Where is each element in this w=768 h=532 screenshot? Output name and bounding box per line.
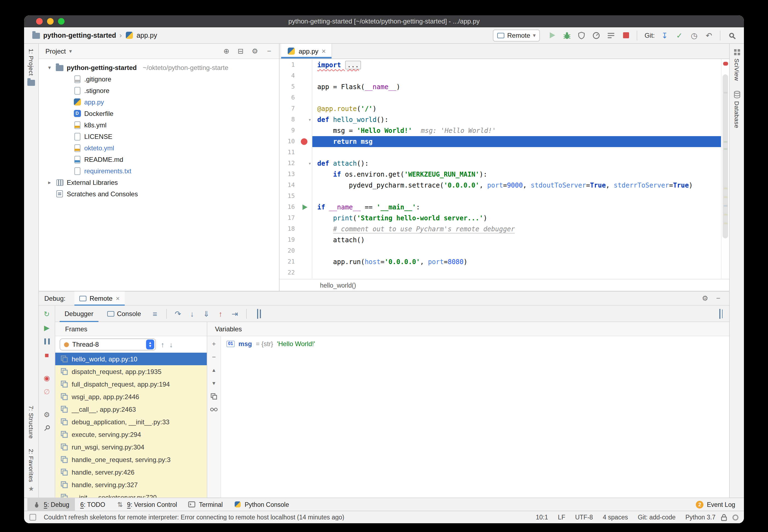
status-item-git-add-code[interactable]: Git: add-code (638, 514, 676, 521)
background-tasks-icon[interactable] (732, 514, 738, 520)
run-configurations-button[interactable] (605, 30, 617, 41)
status-item-utf-8[interactable]: UTF-8 (575, 514, 593, 521)
update-project-icon[interactable]: ↧ (659, 30, 671, 41)
tree-item-root[interactable]: ▾ python-getting-started ~/okteto/python… (39, 62, 279, 73)
error-stripe[interactable] (721, 59, 729, 279)
layout-settings-icon[interactable] (714, 309, 725, 318)
frame-row-debug_application[interactable]: debug_application, __init__.py:33 (55, 416, 207, 428)
code-line-8[interactable]: 8def hello_world(): (279, 114, 721, 125)
toolwindow-button-database[interactable]: Database (733, 86, 740, 133)
frame-row-handle[interactable]: handle, server.py:426 (55, 466, 207, 478)
code-line-15[interactable]: 15 (279, 191, 721, 202)
show-watches-icon[interactable] (209, 406, 218, 413)
pin-icon[interactable] (42, 424, 52, 432)
toolwindow-button-structure[interactable]: 7: Structure (28, 401, 34, 444)
frames-pane-header[interactable]: Frames (55, 322, 207, 336)
step-over-icon[interactable]: ↷ (173, 309, 183, 318)
step-into-icon[interactable]: ↓ (187, 309, 197, 318)
view-breakpoints-icon[interactable]: ◉ (42, 373, 52, 382)
resume-icon[interactable]: ▶ (42, 323, 52, 332)
settings-gear-icon[interactable]: ⚙ (249, 46, 260, 57)
run-config-selector[interactable]: Remote ▾ (493, 29, 540, 41)
toolwindow-tab-terminal[interactable]: Terminal (182, 498, 228, 511)
search-everywhere-button[interactable] (725, 30, 737, 41)
event-log-button[interactable]: 2 Event Log (690, 498, 741, 511)
toolwindow-tab-6-todo[interactable]: 6: TODO (75, 498, 110, 511)
breadcrumb-project[interactable]: python-getting-started (43, 31, 116, 39)
toolwindow-toggle-icon[interactable] (30, 514, 36, 521)
next-frame-icon[interactable]: ↓ (169, 340, 173, 349)
stop-button[interactable] (620, 30, 632, 41)
run-button[interactable] (546, 30, 558, 41)
step-out-icon[interactable]: ↑ (215, 309, 226, 318)
combo-stepper-icon[interactable]: ▲▼ (146, 340, 154, 349)
tab-console[interactable]: Console (102, 305, 146, 322)
toolwindow-button-favorites[interactable]: 2: Favorites ★ (28, 444, 34, 498)
code-line-7[interactable]: 7@app.route('/') (279, 103, 721, 114)
frame-row-handle[interactable]: handle, serving.py:327 (55, 478, 207, 491)
tree-item-requirements.txt[interactable]: requirements.txt (39, 165, 279, 177)
minimize-button[interactable] (47, 18, 54, 25)
frame-row-__call__[interactable]: __call__, app.py:2463 (55, 403, 207, 416)
debug-session-tab-remote[interactable]: Remote × (74, 291, 124, 305)
tree-item-README.md[interactable]: README.md (39, 154, 279, 165)
frame-row-execute[interactable]: execute, serving.py:294 (55, 428, 207, 441)
status-item-python-3-7[interactable]: Python 3.7 (685, 514, 716, 521)
code-line-1[interactable]: 1import ... (279, 60, 721, 71)
fold-arrow-icon[interactable] (299, 158, 312, 169)
fold-arrow-icon[interactable] (299, 114, 312, 125)
collapse-all-icon[interactable]: ⊟ (235, 46, 246, 57)
frame-row-handle_one_request[interactable]: handle_one_request, serving.py:3 (55, 453, 207, 466)
run-to-cursor-icon[interactable]: ⇥ (230, 309, 240, 318)
settings-gear-icon[interactable]: ⚙ (700, 294, 711, 302)
variable-row[interactable]: 01msg = {str} 'Hello World!' (226, 340, 724, 348)
code-line-19[interactable]: 19 attach() (279, 235, 721, 245)
close-icon[interactable]: × (116, 294, 119, 302)
code-line-11[interactable]: 11 (279, 147, 721, 158)
code-line-17[interactable]: 17 print('Starting hello-world server...… (279, 213, 721, 224)
stop-icon[interactable]: ■ (42, 350, 52, 359)
frame-row-dispatch_request[interactable]: dispatch_request, app.py:1935 (55, 365, 207, 378)
hide-panel-icon[interactable]: − (264, 46, 274, 57)
hide-panel-icon[interactable]: − (713, 294, 724, 302)
toolwindow-tab-5-debug[interactable]: 5: Debug (27, 498, 75, 511)
move-up-icon[interactable]: ▲ (209, 366, 218, 374)
rerun-icon[interactable]: ↻ (42, 309, 52, 318)
status-item-lf[interactable]: LF (558, 514, 565, 521)
tree-item-external-libraries[interactable]: ▸External Libraries (39, 177, 279, 188)
status-item-4-spaces[interactable]: 4 spaces (603, 514, 628, 521)
mute-breakpoints-icon[interactable]: ∅ (42, 387, 52, 396)
history-icon[interactable]: ◷ (688, 30, 700, 41)
lock-icon[interactable] (721, 514, 727, 521)
evaluate-expression-icon[interactable] (253, 309, 263, 318)
tree-item-k8s.yml[interactable]: k8s.yml (39, 119, 279, 131)
frame-row-run_wsgi[interactable]: run_wsgi, serving.py:304 (55, 441, 207, 453)
status-message[interactable]: Couldn't refresh skeletons for remote in… (44, 514, 344, 521)
pause-icon[interactable] (42, 337, 52, 346)
frame-row-wsgi_app[interactable]: wsgi_app, app.py:2446 (55, 390, 207, 403)
toolwindow-tab-9-version-control[interactable]: ⇅9: Version Control (111, 498, 183, 511)
tree-item-okteto.yml[interactable]: okteto.yml (39, 142, 279, 154)
code-line-5[interactable]: 5app = Flask(__name__) (279, 81, 721, 92)
tree-item-.stignore[interactable]: .stignore (39, 85, 279, 96)
variables-list[interactable]: 01msg = {str} 'Hello World!' (221, 336, 729, 498)
debug-button[interactable] (561, 30, 573, 41)
code-line-21[interactable]: 21 app.run(host='0.0.0.0', port=8080) (279, 256, 721, 267)
commit-icon[interactable]: ✓ (673, 30, 685, 41)
toolwindow-tab-python-console[interactable]: Python Console (228, 498, 294, 511)
move-down-icon[interactable]: ▼ (209, 379, 218, 387)
close-button[interactable] (36, 18, 43, 25)
code-line-22[interactable]: 22 (279, 267, 721, 278)
code-line-6[interactable]: 6 (279, 92, 721, 103)
run-arrow-icon[interactable] (299, 202, 312, 213)
tree-item-.gitignore[interactable]: .gitignore (39, 73, 279, 85)
close-icon[interactable]: × (322, 47, 326, 55)
code-line-12[interactable]: 12def attach(): (279, 158, 721, 169)
thread-selector[interactable]: Thread-8 ▲▼ (60, 338, 156, 350)
previous-frame-icon[interactable]: ↑ (161, 340, 164, 349)
force-step-into-icon[interactable]: ⇓ (201, 309, 212, 318)
add-watch-icon[interactable]: + (209, 340, 218, 348)
editor-tab-app-py[interactable]: app.py × (281, 44, 332, 59)
frame-row-full_dispatch_request[interactable]: full_dispatch_request, app.py:194 (55, 378, 207, 390)
tree-collapsed-icon[interactable]: ▸ (46, 179, 52, 185)
